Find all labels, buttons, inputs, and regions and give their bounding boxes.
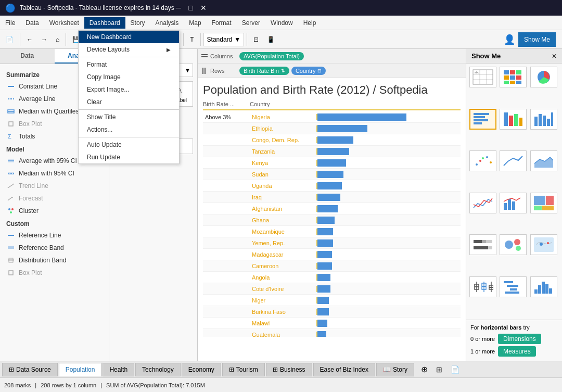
chart-type-bullet[interactable]	[469, 234, 496, 255]
distribution-band[interactable]: Distribution Band	[0, 254, 109, 267]
country-cell: Mozambique	[250, 229, 317, 235]
dd-device-layouts[interactable]: Device Layouts ▶	[79, 43, 179, 56]
tab-technology[interactable]: Technology	[135, 363, 181, 376]
toolbar-back[interactable]: ←	[23, 32, 36, 47]
tab-business[interactable]: ⊞ Business	[266, 363, 312, 376]
menu-format[interactable]: Format	[207, 17, 237, 29]
chart-type-map[interactable]	[530, 234, 557, 255]
chart-type-histogram[interactable]	[530, 276, 557, 297]
columns-pill[interactable]: AVG(Population Total)	[239, 52, 304, 60]
minimize-button[interactable]: ─	[174, 4, 183, 12]
tab-ease-biz[interactable]: Ease of Biz Index	[313, 363, 375, 376]
country-header: Country	[250, 101, 317, 107]
svg-point-68	[482, 157, 484, 159]
dd-run-update[interactable]: Run Update	[79, 151, 179, 163]
svg-line-11	[8, 197, 12, 200]
menu-analysis[interactable]: Analysis	[150, 17, 184, 29]
toolbar-forward[interactable]: →	[37, 32, 51, 47]
new-worksheet-button[interactable]: ⊕	[417, 362, 431, 377]
bar-cell	[317, 273, 461, 282]
close-button[interactable]: ✕	[199, 4, 208, 12]
tab-economy[interactable]: Economy	[182, 363, 221, 376]
dd-clear[interactable]: Clear	[79, 96, 179, 108]
dd-sep-2	[79, 109, 179, 110]
new-story-button[interactable]: 📄	[447, 362, 463, 377]
measures-badge[interactable]: Measures	[498, 346, 536, 357]
table-row: Burkina Faso	[203, 306, 461, 318]
menu-help[interactable]: Help	[298, 17, 322, 29]
story-icon: 📖	[383, 366, 391, 373]
country-cell: Cameroon	[250, 263, 317, 269]
bar-fill	[317, 148, 349, 155]
chart-type-pie[interactable]	[530, 67, 557, 87]
chart-type-heat-map[interactable]	[500, 67, 527, 87]
columns-label: Columns	[210, 53, 233, 59]
svg-rect-88	[534, 237, 554, 252]
trend-line[interactable]: Trend Line	[0, 180, 109, 192]
toolbar-text[interactable]: T	[186, 32, 197, 47]
svg-line-10	[8, 184, 14, 188]
chart-type-scatter[interactable]	[469, 150, 496, 171]
median-95ci[interactable]: Median with 95% CI	[0, 167, 109, 180]
dd-actions[interactable]: Actions...	[79, 123, 179, 136]
toolbar-fit[interactable]: ⊡	[250, 32, 262, 47]
chart-type-gantt[interactable]	[500, 276, 527, 297]
chart-type-line[interactable]	[500, 150, 527, 171]
menu-window[interactable]: Window	[265, 17, 298, 29]
dd-format[interactable]: Format	[79, 58, 179, 71]
tab-population[interactable]: Population	[59, 363, 102, 376]
chart-type-packed-bubbles[interactable]	[500, 234, 527, 255]
new-dashboard-button[interactable]: ⊞	[432, 362, 446, 377]
custom-section-title: Custom	[0, 217, 109, 229]
menu-map[interactable]: Map	[184, 17, 206, 29]
cluster[interactable]: Cluster	[0, 205, 109, 217]
birth-rate-bin-pill[interactable]: Birth Rate Bin ⇅	[239, 67, 289, 75]
chart-type-dual-line[interactable]	[469, 193, 496, 213]
dd-copy-image[interactable]: Copy Image	[79, 71, 179, 83]
toolbar-new[interactable]: 📄	[2, 32, 17, 47]
toolbar-home[interactable]: ⌂	[52, 32, 63, 47]
country-pill[interactable]: Country ⊟	[291, 67, 326, 75]
dd-sep-1	[79, 57, 179, 57]
country-cell: Burkina Faso	[250, 309, 317, 315]
chart-type-horiz-bar[interactable]	[469, 109, 496, 130]
dd-show-title[interactable]: Show Title	[79, 111, 179, 123]
menu-dashboard[interactable]: Dashboard	[84, 17, 125, 29]
show-me-button[interactable]: Show Me	[518, 32, 556, 47]
dd-new-dashboard[interactable]: New Dashboard	[79, 31, 179, 43]
statusbar: 208 marks | 208 rows by 1 column | SUM o…	[0, 377, 562, 392]
svg-rect-36	[205, 68, 206, 74]
bar-fill	[317, 251, 332, 258]
chart-type-bar-chart[interactable]	[530, 109, 557, 130]
dd-export-image[interactable]: Export Image...	[79, 83, 179, 96]
tab-health[interactable]: Health	[103, 363, 134, 376]
toolbar-device[interactable]: 📱	[263, 32, 278, 47]
tab-tourism[interactable]: ⊞ Tourism	[222, 363, 265, 376]
country-cell: Angola	[250, 274, 317, 281]
menu-file[interactable]: File	[0, 17, 20, 29]
standard-dropdown[interactable]: Standard ▼	[203, 33, 245, 46]
svg-rect-77	[534, 206, 542, 210]
chart-type-text-table[interactable]: abc	[469, 67, 496, 87]
reference-band[interactable]: Reference Band	[0, 242, 109, 254]
dd-auto-update[interactable]: Auto Update	[79, 138, 179, 151]
maximize-button[interactable]: □	[187, 4, 195, 12]
tab-data-source[interactable]: ⊞ Data Source	[2, 363, 58, 376]
menu-worksheet[interactable]: Worksheet	[44, 17, 84, 29]
menu-data[interactable]: Data	[20, 17, 44, 29]
dimensions-badge[interactable]: Dimensions	[498, 334, 541, 344]
reference-line[interactable]: Reference Line	[0, 229, 109, 242]
chart-type-stacked-bar[interactable]	[500, 109, 527, 130]
chart-type-area[interactable]	[530, 150, 557, 171]
chart-type-box-whisker[interactable]	[469, 276, 496, 297]
menu-story[interactable]: Story	[125, 17, 150, 29]
tab-story[interactable]: 📖 Story	[376, 363, 414, 376]
chart-type-dual-combo[interactable]	[500, 193, 527, 213]
chart-type-treemap[interactable]	[530, 193, 557, 213]
show-me-close-icon[interactable]: ✕	[552, 53, 557, 60]
dimensions-prefix: 0 or more	[470, 336, 495, 342]
custom-box-plot[interactable]: Box Plot	[0, 267, 109, 279]
menu-server[interactable]: Server	[237, 17, 265, 29]
tab-data[interactable]: Data	[0, 49, 55, 64]
forecast[interactable]: Forecast	[0, 192, 109, 205]
